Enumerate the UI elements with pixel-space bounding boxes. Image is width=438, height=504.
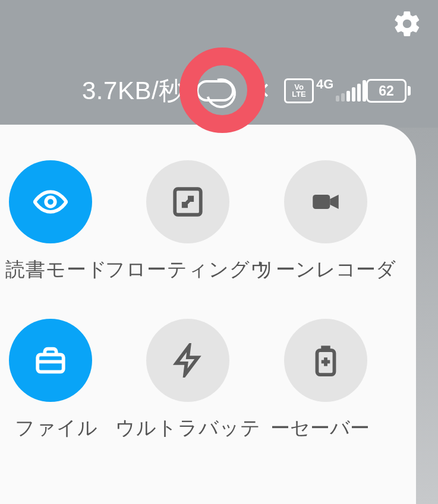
briefcase-icon	[9, 319, 92, 402]
battery-plus-icon	[284, 319, 367, 402]
signal-indicator: 4G	[316, 80, 366, 102]
floating-window-icon	[146, 160, 229, 243]
video-camera-icon	[284, 160, 367, 243]
tile-ultra-battery[interactable]: ウルトラバッテ	[119, 319, 257, 442]
svg-rect-2	[313, 195, 330, 209]
battery-percent: 62	[379, 83, 394, 99]
tile-floating-window[interactable]: フローティングウ	[119, 160, 257, 283]
capsule-indicator: ✕	[196, 80, 271, 102]
quick-settings-panel: 読書モード フローティングウ リーンレコーダ ファイル ウルトラバッテ	[0, 125, 416, 504]
battery-indicator: 62	[366, 79, 411, 103]
tile-label: 読書モード	[5, 256, 108, 283]
tile-label: ーセーバー	[270, 415, 370, 442]
network-gen: 4G	[316, 77, 333, 92]
volte-indicator: Vo LTE	[284, 78, 314, 103]
tile-label: ウルトラバッテ	[115, 415, 261, 442]
tile-screen-recorder[interactable]: リーンレコーダ	[257, 160, 395, 283]
tile-label: ファイル	[15, 415, 98, 442]
status-bar: 3.7KB/秒 ✕ Vo LTE 4G 62	[0, 73, 438, 109]
tile-reading-mode[interactable]: 読書モード	[0, 160, 119, 283]
eye-icon	[9, 160, 92, 243]
volte-bottom: LTE	[292, 91, 306, 98]
network-speed: 3.7KB/秒	[82, 74, 184, 107]
settings-button[interactable]	[389, 6, 425, 42]
signal-bars-icon	[336, 80, 366, 102]
tile-battery-saver[interactable]: ーセーバー	[257, 319, 395, 442]
pill-icon	[196, 80, 234, 102]
tile-file[interactable]: ファイル	[0, 319, 119, 442]
lightning-icon	[146, 319, 229, 402]
battery-icon: 62	[366, 79, 407, 103]
close-glyph: ✕	[252, 80, 271, 102]
svg-point-0	[46, 197, 55, 206]
tile-label: フローティングウ	[105, 256, 271, 283]
tile-label: リーンレコーダ	[256, 256, 396, 283]
gear-icon	[392, 9, 422, 39]
